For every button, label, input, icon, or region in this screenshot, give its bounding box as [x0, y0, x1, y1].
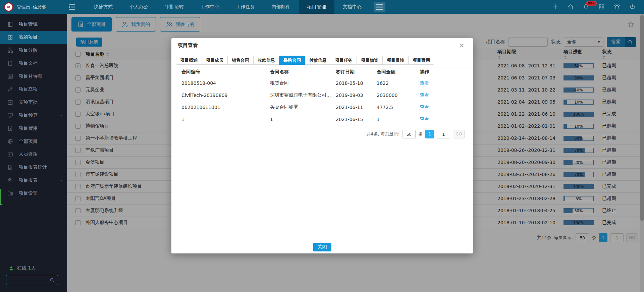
goto-page-input[interactable]	[437, 130, 450, 138]
current-user-label: 管理员 -信息部	[17, 4, 46, 10]
online-users: 在线 1人	[9, 265, 36, 271]
modal-tab[interactable]: 销售合同	[227, 56, 254, 65]
sidebar-item[interactable]: 项目预算›	[0, 109, 67, 122]
theme-shirt-icon[interactable]	[613, 3, 621, 10]
nav-item[interactable]: 个人办公	[121, 0, 157, 14]
contract-date: 2021-06-11	[336, 105, 377, 110]
contract-amount: 1622	[377, 80, 420, 86]
nav-item[interactable]: 项目管理	[299, 0, 334, 14]
sidebar-item[interactable]: 项目立项	[0, 83, 67, 96]
contract-no: 1	[171, 117, 270, 122]
id-card-icon	[7, 152, 13, 157]
sidebar-item[interactable]: 项目分解	[0, 44, 67, 57]
sidebar-item-label: 项目设置	[19, 190, 38, 196]
modal-tab[interactable]: 项目概述	[176, 56, 202, 65]
page-number-button[interactable]: 1	[425, 130, 434, 138]
logout-power-icon[interactable]	[629, 3, 636, 10]
sidebar-item[interactable]: 我的项目	[0, 31, 67, 44]
gear-icon	[7, 177, 13, 183]
modal-close-button[interactable]: 关闭	[313, 243, 331, 251]
modal-tab[interactable]: 付款信息	[305, 56, 331, 65]
nav-item[interactable]: 审批流转	[157, 0, 192, 14]
notification-count-badge: 99+	[586, 1, 597, 6]
globe-icon	[7, 138, 13, 144]
contract-table-header: 合同编号 合同名称 签订日期 合同金额 操作	[171, 67, 473, 77]
contract-name: 租赁合同	[270, 80, 336, 86]
page-size-input[interactable]	[402, 130, 416, 138]
contract-amount: 4772.5	[377, 105, 420, 110]
sidebar-item-label: 项目立项	[19, 86, 38, 92]
sidebar-collapse-icon[interactable]	[67, 2, 77, 12]
contract-row: 112021-06-151查看	[171, 113, 473, 125]
modal-pagination: 共4条, 每页显示: 条 1 GO	[171, 130, 473, 138]
book-icon	[7, 21, 13, 27]
modal-tab[interactable]: 采购合同	[279, 56, 305, 65]
sidebar-item[interactable]: 项目文档	[0, 57, 67, 70]
sidebar-search-input[interactable]	[6, 275, 58, 285]
modal-tab[interactable]: 收款信息	[253, 56, 279, 65]
modal-tab[interactable]: 项目任务	[331, 56, 357, 65]
pencil-icon	[7, 86, 13, 92]
close-icon[interactable]: ✕	[457, 42, 467, 50]
sidebar-item-label: 项目文档	[19, 60, 38, 66]
search-icon[interactable]	[50, 278, 55, 283]
sidebar-item[interactable]: 全部项目	[0, 135, 67, 148]
folder-gear-icon	[7, 190, 13, 196]
nav-item[interactable]: 文档中心	[334, 0, 370, 14]
modal-tab[interactable]: 项目物资	[357, 56, 383, 65]
gantt-icon	[7, 73, 13, 79]
contract-name: 1	[270, 117, 336, 122]
sidebar-item[interactable]: 项目设置	[0, 187, 67, 200]
view-link[interactable]: 查看	[420, 104, 429, 110]
sidebar-item[interactable]: 项目管理	[0, 18, 67, 31]
modal-header: 项目查看 ✕	[171, 38, 473, 53]
view-link[interactable]: 查看	[420, 80, 429, 85]
nav-item[interactable]: 快捷方式	[86, 0, 121, 14]
contract-date: 2018-05-18	[336, 80, 377, 86]
modal-footer: 关闭	[171, 243, 473, 251]
sidebar-item[interactable]: 人员资质	[0, 148, 67, 161]
sidebar-item[interactable]: 立项审批	[0, 96, 67, 109]
topbar-nav: 快捷方式个人办公审批流转工作中心工作任务内部邮件项目管理文档中心	[86, 0, 370, 14]
sitemap-icon	[7, 47, 13, 53]
sidebar-item[interactable]: 项目费用	[0, 122, 67, 135]
more-menus-icon[interactable]	[374, 2, 385, 12]
sidebar-item[interactable]: 项目甘特图	[0, 70, 67, 83]
add-icon[interactable]	[552, 3, 559, 10]
sidebar-item-label: 项目报表统计	[19, 164, 47, 170]
contract-table-body: 20180518-004租赁合同2018-05-181622查看CivilTec…	[171, 77, 473, 125]
chart-file-icon	[7, 165, 13, 170]
home-icon[interactable]	[567, 3, 574, 10]
nav-item[interactable]: 工作中心	[192, 0, 228, 14]
unit-label: 条	[418, 131, 423, 137]
go-button[interactable]: GO	[453, 130, 465, 138]
notifications-bell-icon[interactable]: 99+	[583, 3, 590, 10]
modal-tab[interactable]: 项目反馈	[382, 56, 409, 65]
contract-row: 20180518-004租赁合同2018-05-181622查看	[171, 77, 473, 89]
contract-no: 0620210611001	[171, 105, 270, 110]
panel-collapse-handle[interactable]	[0, 189, 2, 205]
sidebar-item[interactable]: 项目报表›	[0, 174, 67, 187]
check-square-icon	[7, 100, 13, 105]
view-link[interactable]: 查看	[420, 92, 429, 98]
contract-amount: 1	[377, 117, 420, 122]
monitor-icon	[7, 112, 13, 118]
nav-item[interactable]: 内部邮件	[263, 0, 299, 14]
grid-icon	[7, 35, 13, 40]
contract-name: 深圳市赛威尔电子有限公司...	[270, 92, 336, 98]
contract-no: CivilTech-20190809	[171, 93, 270, 98]
sidebar-item-label: 项目管理	[19, 21, 38, 27]
contract-date: 2019-09-03	[336, 93, 377, 98]
nav-item[interactable]: 工作任务	[228, 0, 263, 14]
document-icon	[7, 60, 13, 66]
view-link[interactable]: 查看	[420, 116, 429, 122]
sidebar-item[interactable]: 项目报表统计	[0, 161, 67, 174]
modal-tab[interactable]: 项目成员	[202, 56, 228, 65]
apps-grid-icon[interactable]	[598, 3, 605, 10]
person-icon	[9, 266, 14, 271]
sidebar-item-label: 项目分解	[19, 47, 38, 53]
modal-tab[interactable]: 项目费用	[408, 56, 434, 65]
app-logo-icon: ∞	[4, 2, 13, 12]
contract-date: 2021-06-15	[336, 117, 377, 122]
sidebar-item-label: 人员资质	[19, 151, 38, 157]
